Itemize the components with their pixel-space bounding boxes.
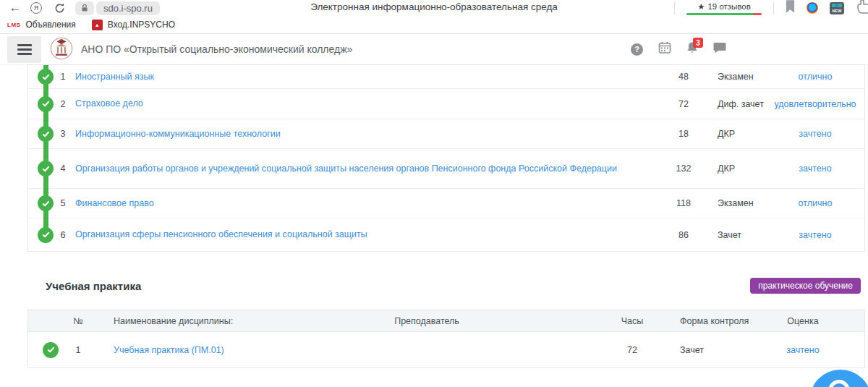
reviews-button[interactable]: ★ 19 отзывов [686, 1, 762, 15]
control-form-value: ДКР [705, 129, 766, 139]
col-header-grade: Оценка [741, 316, 864, 326]
lms-icon: LMS [7, 22, 20, 28]
disciplines-table: 1 Иностранный язык 48 Экзамен отлично 2 … [27, 64, 865, 252]
browser-toolbar: Электронная информационно-образовательна… [0, 0, 868, 16]
toolbar-divider [674, 1, 675, 14]
discipline-link[interactable]: Организация работы органов и учреждений … [75, 163, 617, 174]
refresh-icon[interactable] [51, 3, 68, 14]
control-form-value: Зачет [665, 345, 741, 355]
practice-section-header: Учебная практика практическое обучение [27, 278, 865, 294]
college-logo[interactable] [49, 36, 74, 64]
row-number: 3 [54, 129, 72, 139]
hours-value: 86 [663, 230, 705, 240]
row-number: 1 [54, 72, 72, 82]
discipline-link[interactable]: Организация сферы пенсионного обеспечени… [75, 229, 367, 239]
url-field[interactable]: sdo.i-spo.ru [96, 1, 160, 15]
check-circle-icon [38, 195, 54, 211]
reviews-label: 19 отзывов [707, 2, 750, 11]
col-header-num: № [61, 316, 95, 326]
yandex-icon[interactable]: Я [30, 2, 42, 14]
bookmark-item[interactable]: ▲ Вход.INPSYCHO [92, 20, 175, 30]
hours-value: 132 [663, 163, 705, 174]
table-row: 5 Финансовое право 118 Экзамен отлично [28, 189, 864, 218]
check-circle-icon [43, 342, 59, 358]
help-icon[interactable]: ? [631, 43, 643, 56]
bookmark-label: Вход.INPSYCHO [108, 20, 175, 30]
row-number: 5 [54, 198, 72, 208]
hours-value: 48 [663, 72, 705, 82]
grade-link[interactable]: отлично [799, 198, 833, 208]
check-circle-icon [38, 126, 54, 142]
col-header-hours: Часы [607, 316, 658, 326]
row-number: 1 [61, 345, 95, 355]
grade-link[interactable]: зачтено [799, 230, 831, 240]
bookmark-item[interactable]: LMS Объявления [7, 20, 76, 30]
control-form-value: Экзамен [705, 72, 766, 82]
hours-value: 118 [663, 198, 705, 208]
chat-widget-icon [828, 380, 850, 387]
bookmark-flag-icon[interactable] [786, 0, 795, 17]
col-header-control: Форма контроля [665, 316, 741, 326]
discipline-link[interactable]: Финансовое право [75, 198, 154, 208]
hours-value: 18 [663, 129, 705, 139]
col-header-name: Наименование дисциплины: [95, 316, 247, 326]
discipline-link[interactable]: Страховое дело [75, 98, 143, 109]
hours-value: 72 [607, 345, 658, 355]
extension-icon[interactable] [807, 2, 818, 14]
new-extension-icon[interactable]: NEW [830, 2, 844, 14]
discipline-link[interactable]: Иностранный язык [75, 72, 154, 82]
table-row: 6 Организация сферы пенсионного обеспече… [28, 218, 864, 251]
reviews-rating-bar [686, 13, 762, 15]
bookmark-label: Объявления [25, 20, 75, 30]
grade-link[interactable]: зачтено [799, 129, 831, 139]
hours-value: 72 [663, 99, 705, 109]
check-circle-icon [38, 96, 54, 112]
check-circle-icon [38, 69, 54, 85]
practice-table-header: № Наименование дисциплины: Преподаватель… [28, 310, 864, 332]
table-row: 2 Страховое дело 72 Диф. зачет удовлетво… [28, 89, 864, 119]
discipline-link[interactable]: Информационно-коммуникационные технологи… [75, 129, 281, 139]
inpsycho-icon: ▲ [92, 20, 103, 30]
messages-icon[interactable] [713, 42, 726, 56]
notification-count-badge: 3 [693, 38, 703, 48]
hand-gesture-icon[interactable] [856, 0, 868, 17]
table-row: 3 Информационно-коммуникационные техноло… [28, 119, 864, 149]
row-number: 4 [54, 163, 72, 174]
discipline-link[interactable]: Учебная практика (ПМ.01) [114, 345, 224, 355]
table-row: 4 Организация работы органов и учреждени… [28, 149, 864, 189]
practice-badge: практическое обучение [750, 278, 861, 294]
control-form-value: ДКР [705, 163, 766, 174]
grade-link[interactable]: зачтено [786, 345, 819, 355]
notifications-bell-icon[interactable]: 3 [686, 41, 698, 57]
back-icon[interactable]: ← [6, 1, 25, 15]
control-form-value: Зачет [705, 230, 766, 240]
table-row: 1 Иностранный язык 48 Экзамен отлично [28, 65, 864, 89]
control-form-value: Диф. зачет [705, 99, 766, 109]
col-header-teacher: Преподаватель [247, 316, 607, 326]
bookmarks-bar: LMS Объявления ▲ Вход.INPSYCHO [0, 16, 868, 34]
row-number: 2 [54, 99, 72, 109]
check-circle-icon [38, 161, 54, 177]
star-icon: ★ [697, 1, 705, 12]
disciplines-rows: 1 Иностранный язык 48 Экзамен отлично 2 … [28, 65, 864, 251]
control-form-value: Экзамен [705, 198, 766, 208]
calendar-icon[interactable] [658, 41, 671, 57]
grade-link[interactable]: отлично [799, 72, 833, 82]
check-circle-icon [38, 227, 54, 243]
lock-icon[interactable] [75, 1, 94, 15]
app-header: АНО ПО «Открытый социально-экономический… [0, 34, 868, 64]
main-content: 1 Иностранный язык 48 Экзамен отлично 2 … [27, 64, 865, 368]
college-name: АНО ПО «Открытый социально-экономический… [81, 34, 352, 64]
menu-hamburger-button[interactable] [7, 36, 41, 63]
row-number: 6 [54, 230, 72, 240]
practice-table: № Наименование дисциплины: Преподаватель… [27, 310, 865, 368]
grade-link[interactable]: удовлетворительно [774, 99, 856, 109]
table-row: 1 Учебная практика (ПМ.01) 72 Зачет зачт… [28, 332, 864, 367]
grade-link[interactable]: зачтено [799, 163, 831, 174]
section-title: Учебная практика [46, 280, 141, 292]
toolbar-divider [773, 1, 774, 14]
chat-widget-button[interactable] [809, 370, 868, 387]
